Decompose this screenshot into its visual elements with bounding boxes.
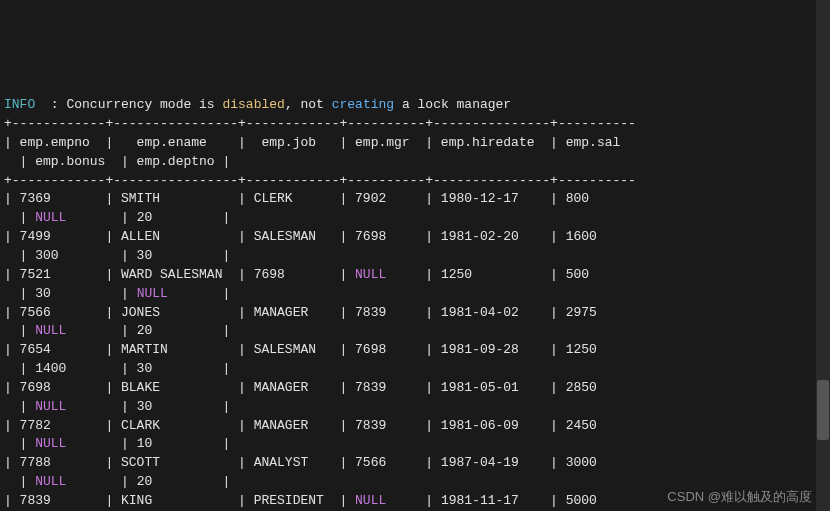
creating-word: creating xyxy=(332,97,394,112)
null-value: NULL xyxy=(35,399,66,414)
table-row: | 7654 | MARTIN | SALESMAN | 7698 | 1981… xyxy=(4,342,636,357)
null-value: NULL xyxy=(137,286,168,301)
table-header-row: | emp.bonus | emp.deptno | xyxy=(4,154,230,169)
null-value: NULL xyxy=(35,474,66,489)
table-row-cont: | NULL | 30 | xyxy=(4,399,230,414)
table-row-cont: | 300 | 30 | xyxy=(4,248,230,263)
table-row: | 7521 | WARD SALESMAN | 7698 | NULL | 1… xyxy=(4,267,636,282)
table-row: | 7839 | KING | PRESIDENT | NULL | 1981-… xyxy=(4,493,636,508)
table-divider: +------------+----------------+---------… xyxy=(4,173,636,188)
null-value: NULL xyxy=(355,267,386,282)
table-divider: +------------+----------------+---------… xyxy=(4,116,636,131)
null-value: NULL xyxy=(355,493,386,508)
table-row-cont: | NULL | 10 | xyxy=(4,436,230,451)
table-row: | 7788 | SCOTT | ANALYST | 7566 | 1987-0… xyxy=(4,455,636,470)
null-value: NULL xyxy=(35,323,66,338)
null-value: NULL xyxy=(35,436,66,451)
scrollbar[interactable] xyxy=(816,0,830,511)
table-row-cont: | 30 | NULL | xyxy=(4,286,230,301)
scrollbar-thumb[interactable] xyxy=(817,380,829,440)
table-row-cont: | NULL | 20 | xyxy=(4,474,230,489)
table-header-row: | emp.empno | emp.ename | emp.job | emp.… xyxy=(4,135,636,150)
table-row-cont: | 1400 | 30 | xyxy=(4,361,230,376)
disabled-word: disabled xyxy=(222,97,284,112)
table-row: | 7566 | JONES | MANAGER | 7839 | 1981-0… xyxy=(4,305,636,320)
log-level: INFO xyxy=(4,97,35,112)
terminal-output: INFO : Concurrency mode is disabled, not… xyxy=(0,75,830,511)
table-row-cont: | NULL | 20 | xyxy=(4,210,230,225)
watermark: CSDN @难以触及的高度 xyxy=(667,488,812,507)
table-row: | 7499 | ALLEN | SALESMAN | 7698 | 1981-… xyxy=(4,229,636,244)
null-value: NULL xyxy=(35,210,66,225)
table-row-cont: | NULL | 20 | xyxy=(4,323,230,338)
table-row: | 7782 | CLARK | MANAGER | 7839 | 1981-0… xyxy=(4,418,636,433)
table-row: | 7698 | BLAKE | MANAGER | 7839 | 1981-0… xyxy=(4,380,636,395)
table-row: | 7369 | SMITH | CLERK | 7902 | 1980-12-… xyxy=(4,191,636,206)
